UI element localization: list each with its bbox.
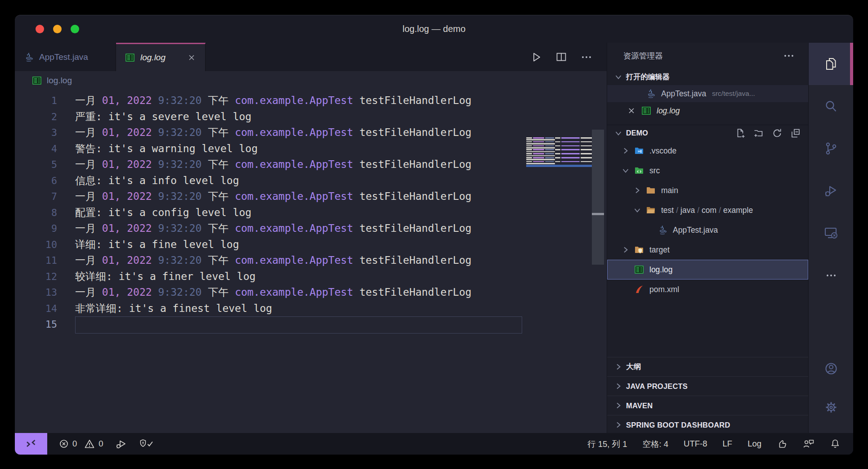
open-editors-section[interactable]: 打开的编辑器 <box>607 69 808 85</box>
project-section[interactable]: DEMO <box>607 125 808 141</box>
chevron-right-icon <box>632 185 642 195</box>
eol-status[interactable]: LF <box>723 439 733 449</box>
cursor-position-status[interactable]: 行 15, 列 1 <box>587 438 627 450</box>
editor-line-11[interactable]: 11一月 01, 2022 9:32:20 下午 com.example.App… <box>15 253 607 269</box>
editor[interactable]: 1一月 01, 2022 9:32:20 下午 com.example.AppT… <box>15 90 607 433</box>
problems-status[interactable]: 0 0 <box>59 439 103 449</box>
close-icon[interactable] <box>627 106 636 115</box>
minimap-line <box>526 155 592 157</box>
editor-line-3[interactable]: 3一月 01, 2022 9:32:20 下午 com.example.AppT… <box>15 125 607 141</box>
line-content: 一月 01, 2022 9:32:20 下午 com.example.AppTe… <box>75 158 471 171</box>
tree-item-main[interactable]: main <box>607 180 808 200</box>
close-icon[interactable] <box>187 53 196 62</box>
editor-line-6[interactable]: 6信息: it's a info level log <box>15 173 607 189</box>
tab-log.log[interactable]: log.log <box>116 43 206 71</box>
feedback-icon[interactable] <box>803 438 814 449</box>
tree-item-.vscode[interactable]: .vscode <box>607 141 808 161</box>
tree-item-pom.xml[interactable]: pom.xml <box>607 280 808 299</box>
language-mode-status[interactable]: Log <box>747 439 761 449</box>
editor-line-2[interactable]: 2严重: it's a severe level log <box>15 109 607 125</box>
editor-line-7[interactable]: 7一月 01, 2022 9:32:20 下午 com.example.AppT… <box>15 189 607 205</box>
activity-search[interactable] <box>809 85 853 127</box>
vertical-scrollbar[interactable] <box>592 130 604 265</box>
editor-line-14[interactable]: 14非常详细: it's a finest level log <box>15 301 607 317</box>
chevron-down-icon <box>632 205 642 215</box>
tree-item-target[interactable]: target <box>607 240 808 260</box>
minimap-line <box>526 139 592 140</box>
editor-line-9[interactable]: 9一月 01, 2022 9:32:20 下午 com.example.AppT… <box>15 221 607 237</box>
editor-line-1[interactable]: 1一月 01, 2022 9:32:20 下午 com.example.AppT… <box>15 93 607 109</box>
activity-settings[interactable] <box>809 388 853 427</box>
title-bar[interactable]: log.log — demo <box>15 15 853 43</box>
explorer-sidebar: 资源管理器 打开的编辑器 AppTest.javasrc/test/java..… <box>607 43 808 433</box>
section-SPRING BOOT DASHBOARD[interactable]: SPRING BOOT DASHBOARD <box>607 415 808 434</box>
src-folder-icon <box>634 166 644 176</box>
line-content: 一月 01, 2022 9:32:20 下午 com.example.AppTe… <box>75 221 471 235</box>
minimap-line <box>526 137 592 139</box>
editor-line-10[interactable]: 10详细: it's a fine level log <box>15 237 607 253</box>
thumbsup-icon[interactable] <box>777 438 787 449</box>
target-folder-icon <box>634 245 644 255</box>
activity-run-and-debug[interactable] <box>809 170 853 212</box>
indentation-status[interactable]: 空格: 4 <box>643 438 669 450</box>
encoding-status[interactable]: UTF-8 <box>684 439 707 449</box>
activity-source-control[interactable] <box>809 127 853 170</box>
collapse-all-button[interactable] <box>790 128 801 139</box>
breadcrumb[interactable]: log.log <box>15 71 607 90</box>
tree-item-test-java-com-example[interactable]: test/java/com/example <box>607 200 808 220</box>
tree-item-src[interactable]: src <box>607 161 808 180</box>
editor-line-4[interactable]: 4警告: it's a warning level log <box>15 141 607 157</box>
tree-item-label: .vscode <box>649 146 676 156</box>
bell-icon[interactable] <box>830 438 841 449</box>
editor-line-5[interactable]: 5一月 01, 2022 9:32:20 下午 com.example.AppT… <box>15 157 607 173</box>
minimap[interactable] <box>526 137 592 168</box>
log-file-icon <box>32 76 42 86</box>
tree-item-label: main <box>661 186 678 195</box>
editor-line-13[interactable]: 13一月 01, 2022 9:32:20 下午 com.example.App… <box>15 284 607 301</box>
editor-line-15[interactable]: 15 <box>15 316 607 333</box>
editor-group: AppTest.java log.log log.log 1一月 01, 202… <box>15 43 607 433</box>
more-actions-button[interactable] <box>581 51 592 63</box>
run-button[interactable] <box>530 51 542 63</box>
refresh-button[interactable] <box>772 128 783 139</box>
tree-item-AppTest.java[interactable]: AppTest.java <box>607 220 808 240</box>
run-icon <box>530 51 542 63</box>
line-number: 3 <box>15 127 57 138</box>
section-JAVA PROJECTS[interactable]: JAVA PROJECTS <box>607 376 808 396</box>
remote-indicator[interactable] <box>15 433 47 455</box>
editor-line-8[interactable]: 8配置: it's a config level log <box>15 205 607 221</box>
window-title: log.log — demo <box>15 15 853 43</box>
line-number: 5 <box>15 159 57 170</box>
section-label: JAVA PROJECTS <box>626 382 688 391</box>
debug-status-icon[interactable] <box>115 438 127 449</box>
activity-remote-explorer[interactable] <box>809 212 853 254</box>
minimap-line <box>526 149 592 150</box>
split-editor-button[interactable] <box>555 51 567 63</box>
section-大纲[interactable]: 大纲 <box>607 357 808 376</box>
more-actions-icon[interactable] <box>783 50 795 62</box>
tree-item-log.log[interactable]: log.log <box>607 260 808 280</box>
line-content: 严重: it's a severe level log <box>75 110 251 124</box>
tree-item-label: target <box>649 245 670 255</box>
tab-AppTest.java[interactable]: AppTest.java <box>15 43 116 71</box>
new-file-button[interactable] <box>735 128 746 139</box>
open-folder-icon <box>646 205 656 215</box>
line-number: 14 <box>15 303 57 314</box>
activity-explorer[interactable] <box>809 43 853 85</box>
activity-more-views[interactable] <box>809 254 853 297</box>
line-content: 信息: it's a info level log <box>75 174 239 188</box>
line-content: 一月 01, 2022 9:32:20 下午 com.example.AppTe… <box>75 94 471 108</box>
chevron-down-icon <box>613 128 623 138</box>
open-editor-log.log[interactable]: log.log <box>607 102 808 119</box>
activity-accounts[interactable] <box>809 349 853 388</box>
breadcrumb-file[interactable]: log.log <box>47 76 72 86</box>
remote-explorer-icon <box>823 225 839 241</box>
minimap-line <box>526 157 592 158</box>
log-file-icon <box>641 106 651 116</box>
open-editor-AppTest.java[interactable]: AppTest.javasrc/test/java... <box>607 85 808 102</box>
section-MAVEN[interactable]: MAVEN <box>607 396 808 415</box>
shield-check-icon[interactable] <box>139 439 154 449</box>
editor-line-12[interactable]: 12较详细: it's a finer level log <box>15 269 607 285</box>
new-folder-button[interactable] <box>753 128 764 139</box>
debug-icon <box>823 183 839 198</box>
